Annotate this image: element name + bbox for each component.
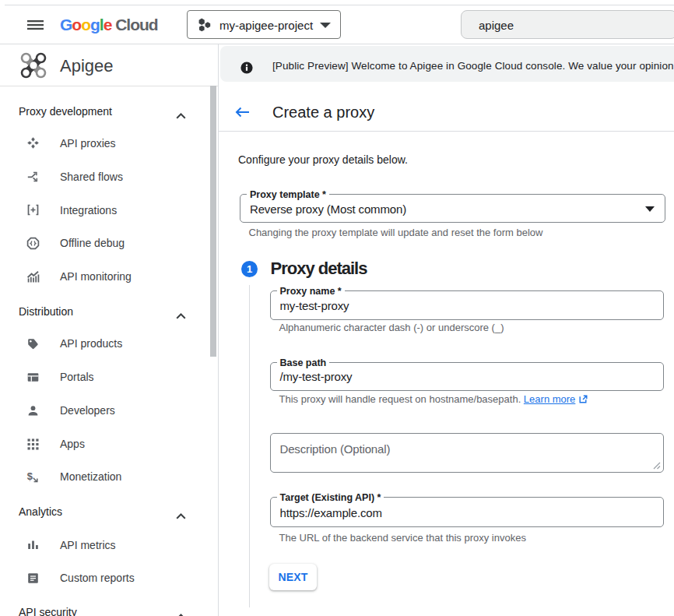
svg-text:$: $ [27, 470, 33, 482]
